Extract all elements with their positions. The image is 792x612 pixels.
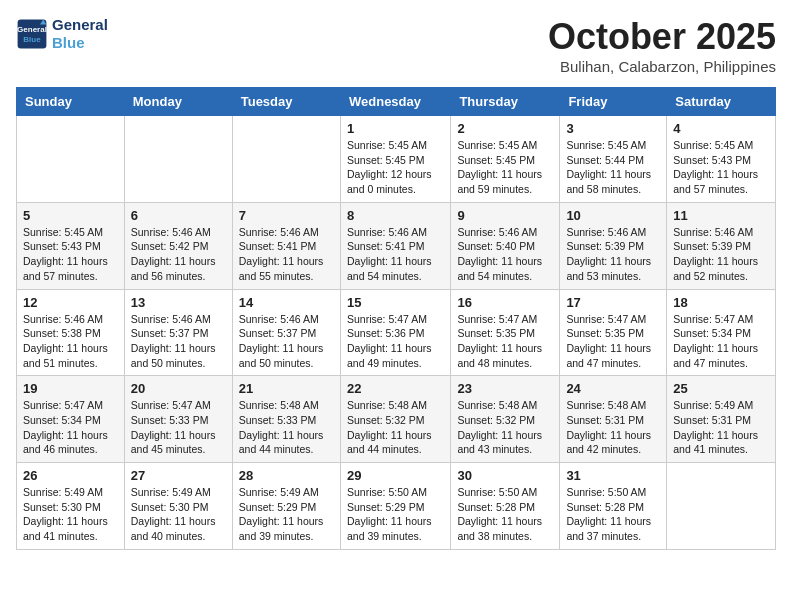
calendar-cell: 29Sunrise: 5:50 AM Sunset: 5:29 PM Dayli… [340, 463, 450, 550]
calendar-cell: 23Sunrise: 5:48 AM Sunset: 5:32 PM Dayli… [451, 376, 560, 463]
day-number: 25 [673, 381, 769, 396]
calendar-cell [232, 116, 340, 203]
calendar-cell: 20Sunrise: 5:47 AM Sunset: 5:33 PM Dayli… [124, 376, 232, 463]
calendar-cell: 7Sunrise: 5:46 AM Sunset: 5:41 PM Daylig… [232, 202, 340, 289]
day-number: 26 [23, 468, 118, 483]
weekday-header-monday: Monday [124, 88, 232, 116]
day-info: Sunrise: 5:48 AM Sunset: 5:32 PM Dayligh… [347, 398, 444, 457]
logo-general: General [52, 16, 108, 34]
day-info: Sunrise: 5:47 AM Sunset: 5:34 PM Dayligh… [673, 312, 769, 371]
day-info: Sunrise: 5:47 AM Sunset: 5:35 PM Dayligh… [457, 312, 553, 371]
calendar-cell: 28Sunrise: 5:49 AM Sunset: 5:29 PM Dayli… [232, 463, 340, 550]
calendar-cell: 2Sunrise: 5:45 AM Sunset: 5:45 PM Daylig… [451, 116, 560, 203]
title-area: October 2025 Bulihan, Calabarzon, Philip… [548, 16, 776, 75]
day-number: 10 [566, 208, 660, 223]
weekday-header-sunday: Sunday [17, 88, 125, 116]
day-number: 22 [347, 381, 444, 396]
weekday-header-thursday: Thursday [451, 88, 560, 116]
day-number: 5 [23, 208, 118, 223]
day-info: Sunrise: 5:46 AM Sunset: 5:37 PM Dayligh… [239, 312, 334, 371]
day-info: Sunrise: 5:48 AM Sunset: 5:31 PM Dayligh… [566, 398, 660, 457]
day-info: Sunrise: 5:47 AM Sunset: 5:35 PM Dayligh… [566, 312, 660, 371]
week-row-2: 5Sunrise: 5:45 AM Sunset: 5:43 PM Daylig… [17, 202, 776, 289]
weekday-header-row: SundayMondayTuesdayWednesdayThursdayFrid… [17, 88, 776, 116]
day-number: 31 [566, 468, 660, 483]
calendar-cell: 3Sunrise: 5:45 AM Sunset: 5:44 PM Daylig… [560, 116, 667, 203]
day-number: 28 [239, 468, 334, 483]
calendar-cell: 1Sunrise: 5:45 AM Sunset: 5:45 PM Daylig… [340, 116, 450, 203]
day-number: 12 [23, 295, 118, 310]
day-info: Sunrise: 5:46 AM Sunset: 5:40 PM Dayligh… [457, 225, 553, 284]
calendar-cell: 5Sunrise: 5:45 AM Sunset: 5:43 PM Daylig… [17, 202, 125, 289]
logo-icon: General Blue [16, 18, 48, 50]
logo: General Blue General Blue [16, 16, 108, 52]
day-number: 27 [131, 468, 226, 483]
day-number: 9 [457, 208, 553, 223]
day-number: 21 [239, 381, 334, 396]
calendar-cell [124, 116, 232, 203]
day-info: Sunrise: 5:45 AM Sunset: 5:45 PM Dayligh… [457, 138, 553, 197]
svg-text:Blue: Blue [23, 35, 41, 44]
calendar-cell: 30Sunrise: 5:50 AM Sunset: 5:28 PM Dayli… [451, 463, 560, 550]
day-number: 20 [131, 381, 226, 396]
day-number: 13 [131, 295, 226, 310]
calendar-cell: 31Sunrise: 5:50 AM Sunset: 5:28 PM Dayli… [560, 463, 667, 550]
week-row-3: 12Sunrise: 5:46 AM Sunset: 5:38 PM Dayli… [17, 289, 776, 376]
calendar-cell: 4Sunrise: 5:45 AM Sunset: 5:43 PM Daylig… [667, 116, 776, 203]
day-number: 19 [23, 381, 118, 396]
week-row-4: 19Sunrise: 5:47 AM Sunset: 5:34 PM Dayli… [17, 376, 776, 463]
calendar-cell: 6Sunrise: 5:46 AM Sunset: 5:42 PM Daylig… [124, 202, 232, 289]
day-info: Sunrise: 5:46 AM Sunset: 5:41 PM Dayligh… [239, 225, 334, 284]
day-info: Sunrise: 5:45 AM Sunset: 5:43 PM Dayligh… [23, 225, 118, 284]
calendar-cell [17, 116, 125, 203]
calendar-cell: 13Sunrise: 5:46 AM Sunset: 5:37 PM Dayli… [124, 289, 232, 376]
day-info: Sunrise: 5:50 AM Sunset: 5:28 PM Dayligh… [566, 485, 660, 544]
calendar-cell: 17Sunrise: 5:47 AM Sunset: 5:35 PM Dayli… [560, 289, 667, 376]
weekday-header-friday: Friday [560, 88, 667, 116]
calendar-cell: 27Sunrise: 5:49 AM Sunset: 5:30 PM Dayli… [124, 463, 232, 550]
day-info: Sunrise: 5:46 AM Sunset: 5:39 PM Dayligh… [566, 225, 660, 284]
day-number: 4 [673, 121, 769, 136]
svg-text:General: General [17, 25, 47, 34]
day-info: Sunrise: 5:47 AM Sunset: 5:34 PM Dayligh… [23, 398, 118, 457]
day-number: 8 [347, 208, 444, 223]
calendar-cell: 12Sunrise: 5:46 AM Sunset: 5:38 PM Dayli… [17, 289, 125, 376]
calendar: SundayMondayTuesdayWednesdayThursdayFrid… [16, 87, 776, 550]
day-number: 16 [457, 295, 553, 310]
day-number: 29 [347, 468, 444, 483]
day-number: 3 [566, 121, 660, 136]
calendar-cell: 9Sunrise: 5:46 AM Sunset: 5:40 PM Daylig… [451, 202, 560, 289]
day-number: 7 [239, 208, 334, 223]
calendar-cell: 11Sunrise: 5:46 AM Sunset: 5:39 PM Dayli… [667, 202, 776, 289]
day-info: Sunrise: 5:48 AM Sunset: 5:32 PM Dayligh… [457, 398, 553, 457]
header: General Blue General Blue October 2025 B… [16, 16, 776, 75]
calendar-cell: 15Sunrise: 5:47 AM Sunset: 5:36 PM Dayli… [340, 289, 450, 376]
day-info: Sunrise: 5:50 AM Sunset: 5:29 PM Dayligh… [347, 485, 444, 544]
day-info: Sunrise: 5:45 AM Sunset: 5:43 PM Dayligh… [673, 138, 769, 197]
day-number: 11 [673, 208, 769, 223]
week-row-5: 26Sunrise: 5:49 AM Sunset: 5:30 PM Dayli… [17, 463, 776, 550]
location-title: Bulihan, Calabarzon, Philippines [548, 58, 776, 75]
calendar-cell: 10Sunrise: 5:46 AM Sunset: 5:39 PM Dayli… [560, 202, 667, 289]
day-info: Sunrise: 5:50 AM Sunset: 5:28 PM Dayligh… [457, 485, 553, 544]
calendar-cell: 21Sunrise: 5:48 AM Sunset: 5:33 PM Dayli… [232, 376, 340, 463]
month-title: October 2025 [548, 16, 776, 58]
calendar-cell: 18Sunrise: 5:47 AM Sunset: 5:34 PM Dayli… [667, 289, 776, 376]
calendar-cell: 24Sunrise: 5:48 AM Sunset: 5:31 PM Dayli… [560, 376, 667, 463]
day-number: 6 [131, 208, 226, 223]
day-info: Sunrise: 5:46 AM Sunset: 5:37 PM Dayligh… [131, 312, 226, 371]
calendar-cell: 22Sunrise: 5:48 AM Sunset: 5:32 PM Dayli… [340, 376, 450, 463]
day-number: 15 [347, 295, 444, 310]
weekday-header-saturday: Saturday [667, 88, 776, 116]
day-number: 24 [566, 381, 660, 396]
day-info: Sunrise: 5:45 AM Sunset: 5:44 PM Dayligh… [566, 138, 660, 197]
calendar-cell: 19Sunrise: 5:47 AM Sunset: 5:34 PM Dayli… [17, 376, 125, 463]
day-number: 17 [566, 295, 660, 310]
day-info: Sunrise: 5:47 AM Sunset: 5:36 PM Dayligh… [347, 312, 444, 371]
weekday-header-tuesday: Tuesday [232, 88, 340, 116]
day-number: 30 [457, 468, 553, 483]
day-info: Sunrise: 5:46 AM Sunset: 5:39 PM Dayligh… [673, 225, 769, 284]
day-number: 18 [673, 295, 769, 310]
day-info: Sunrise: 5:49 AM Sunset: 5:30 PM Dayligh… [23, 485, 118, 544]
day-info: Sunrise: 5:48 AM Sunset: 5:33 PM Dayligh… [239, 398, 334, 457]
